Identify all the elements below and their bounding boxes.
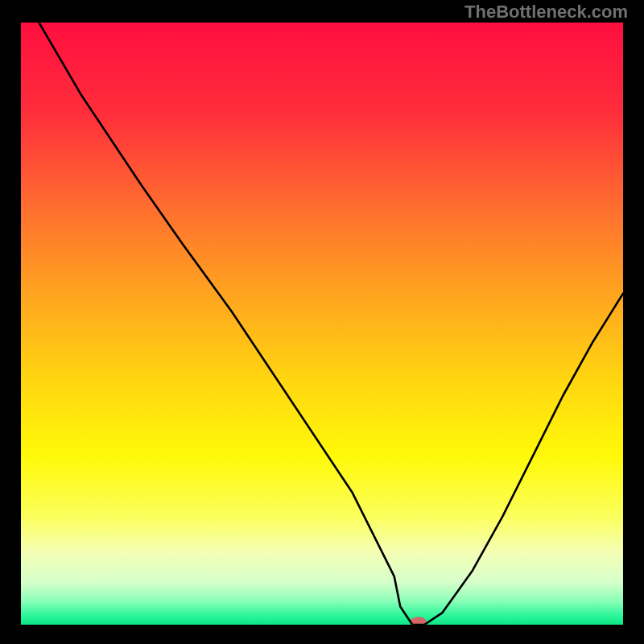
gradient-background xyxy=(21,23,623,625)
chart-frame xyxy=(21,23,623,625)
watermark-text: TheBottleneck.com xyxy=(464,2,628,23)
chart-svg xyxy=(21,23,623,625)
